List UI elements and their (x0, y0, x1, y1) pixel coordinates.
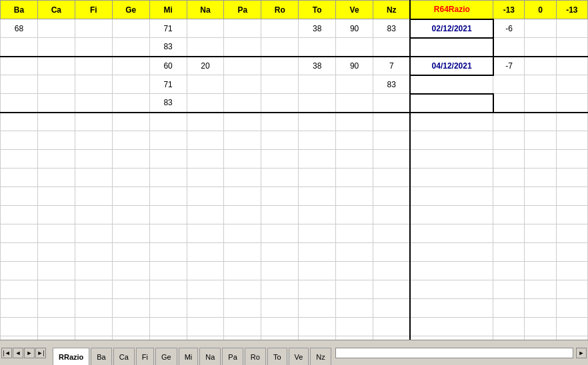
empty-cell-nz[interactable] (373, 280, 411, 299)
empty-cell-ge[interactable] (112, 187, 149, 206)
cell-ro[interactable] (261, 75, 299, 94)
empty-cell-nz[interactable] (373, 299, 411, 318)
cell-ve[interactable]: 90 (336, 19, 373, 38)
empty-cell-nz[interactable] (373, 150, 411, 169)
empty-cell-ca[interactable] (37, 187, 75, 206)
empty-cell-ge[interactable] (112, 280, 149, 299)
cell-ro[interactable] (261, 57, 299, 75)
hscroll-track[interactable] (335, 348, 573, 358)
cell-ve[interactable] (336, 38, 373, 57)
empty-cell-ba[interactable] (1, 243, 38, 262)
cell-ba[interactable]: 68 (1, 19, 38, 38)
empty-cell-ro[interactable] (261, 262, 299, 280)
empty-cell-pa[interactable] (224, 318, 261, 336)
sheet-tab-rrazio[interactable]: RRazio (53, 348, 89, 365)
empty-cell-na[interactable] (187, 150, 224, 169)
empty-cell-s3[interactable] (556, 262, 587, 280)
cell-ro[interactable] (261, 94, 299, 113)
empty-cell-nz[interactable] (373, 187, 411, 206)
empty-cell-pa[interactable] (224, 224, 261, 243)
empty-cell-ba[interactable] (1, 206, 38, 224)
cell-name[interactable] (410, 38, 493, 57)
cell-nz[interactable]: 83 (373, 75, 411, 94)
empty-cell-s1[interactable] (493, 262, 525, 280)
empty-cell-ca[interactable] (37, 169, 75, 187)
empty-cell-ro[interactable] (261, 224, 299, 243)
empty-cell-to[interactable] (299, 243, 336, 262)
empty-cell-ro[interactable] (261, 150, 299, 169)
cell-ba[interactable] (1, 75, 38, 94)
cell-ge[interactable] (112, 38, 149, 57)
empty-cell-ge[interactable] (112, 318, 149, 336)
empty-cell-name[interactable] (410, 299, 493, 318)
cell-s2[interactable] (525, 38, 556, 57)
empty-cell-to[interactable] (299, 280, 336, 299)
empty-cell-pa[interactable] (224, 187, 261, 206)
empty-cell-pa[interactable] (224, 206, 261, 224)
empty-cell-name[interactable] (410, 224, 493, 243)
cell-nz[interactable]: 83 (373, 19, 411, 38)
empty-cell-mi[interactable] (149, 299, 187, 318)
empty-cell-ca[interactable] (37, 113, 75, 131)
sheet-tab-na[interactable]: Na (199, 348, 221, 365)
cell-s1[interactable]: -6 (493, 19, 525, 38)
empty-cell-s3[interactable] (556, 243, 587, 262)
empty-cell-na[interactable] (187, 299, 224, 318)
empty-cell-to[interactable] (299, 206, 336, 224)
empty-cell-to[interactable] (299, 150, 336, 169)
empty-cell-pa[interactable] (224, 131, 261, 150)
cell-na[interactable] (187, 19, 224, 38)
cell-s2[interactable] (525, 19, 556, 38)
cell-s2[interactable] (525, 75, 556, 94)
empty-cell-ba[interactable] (1, 150, 38, 169)
empty-cell-ba[interactable] (1, 318, 38, 336)
cell-name[interactable] (410, 94, 493, 113)
empty-cell-fi[interactable] (75, 280, 112, 299)
empty-cell-fi[interactable] (75, 243, 112, 262)
empty-cell-s3[interactable] (556, 299, 587, 318)
empty-cell-ro[interactable] (261, 187, 299, 206)
sheet-tab-pa[interactable]: Pa (222, 348, 243, 365)
empty-cell-na[interactable] (187, 131, 224, 150)
empty-cell-mi[interactable] (149, 262, 187, 280)
empty-cell-ve[interactable] (336, 318, 373, 336)
cell-ca[interactable] (37, 75, 75, 94)
empty-cell-ge[interactable] (112, 262, 149, 280)
cell-ca[interactable] (37, 57, 75, 75)
sheet-tab-fi[interactable]: Fi (136, 348, 154, 365)
cell-to[interactable]: 38 (299, 19, 336, 38)
empty-cell-to[interactable] (299, 169, 336, 187)
empty-cell-pa[interactable] (224, 150, 261, 169)
empty-cell-s1[interactable] (493, 243, 525, 262)
cell-s3[interactable] (556, 75, 587, 94)
empty-cell-ge[interactable] (112, 150, 149, 169)
empty-cell-pa[interactable] (224, 113, 261, 131)
empty-cell-ro[interactable] (261, 113, 299, 131)
empty-cell-mi[interactable] (149, 224, 187, 243)
empty-cell-nz[interactable] (373, 131, 411, 150)
empty-cell-ve[interactable] (336, 131, 373, 150)
empty-cell-mi[interactable] (149, 113, 187, 131)
cell-ca[interactable] (37, 94, 75, 113)
empty-cell-fi[interactable] (75, 299, 112, 318)
cell-name[interactable]: 04/12/2021 (410, 57, 493, 75)
cell-to[interactable] (299, 94, 336, 113)
cell-s3[interactable] (556, 94, 587, 113)
empty-cell-ve[interactable] (336, 262, 373, 280)
empty-cell-nz[interactable] (373, 206, 411, 224)
cell-name[interactable] (410, 75, 493, 94)
cell-pa[interactable] (224, 94, 261, 113)
empty-cell-ba[interactable] (1, 299, 38, 318)
empty-cell-ca[interactable] (37, 299, 75, 318)
empty-cell-to[interactable] (299, 113, 336, 131)
cell-ve[interactable] (336, 75, 373, 94)
empty-cell-ve[interactable] (336, 113, 373, 131)
empty-cell-s2[interactable] (525, 299, 556, 318)
cell-to[interactable] (299, 75, 336, 94)
empty-cell-s1[interactable] (493, 318, 525, 336)
tab-nav-next[interactable]: ► (24, 348, 35, 358)
empty-cell-name[interactable] (410, 280, 493, 299)
sheet-tab-ve[interactable]: Ve (289, 348, 309, 365)
empty-cell-nz[interactable] (373, 224, 411, 243)
empty-cell-pa[interactable] (224, 243, 261, 262)
